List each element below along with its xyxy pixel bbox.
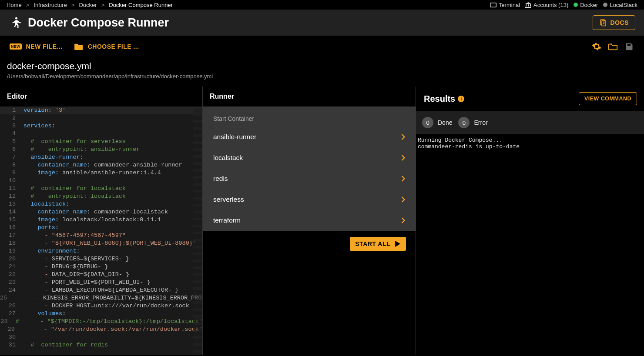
runner-item-terraform[interactable]: terraform [203, 210, 416, 231]
line-number: 9 [0, 169, 20, 177]
status-localstack[interactable]: LocalStack [603, 2, 637, 8]
chip-error[interactable]: 0 Error [458, 117, 487, 128]
choose-file-button[interactable]: CHOOSE FILE ... [74, 43, 139, 50]
runner-item-localstack[interactable]: localstack [203, 147, 416, 168]
minimap[interactable] [193, 106, 202, 355]
line-number: 14 [0, 208, 20, 216]
code-line[interactable]: 30 [0, 333, 202, 341]
code-line[interactable]: 9 image: ansible/ansible-runner:1.4.4 [0, 169, 202, 177]
status-terminal[interactable]: Terminal [490, 2, 520, 8]
code-line[interactable]: 24 - LAMBDA_EXECUTOR=${LAMBDA_EXECUTOR- … [0, 286, 202, 294]
code-line[interactable]: 26 - DOCKER_HOST=unix:///var/run/docker.… [0, 302, 202, 310]
info-icon[interactable]: i [458, 96, 464, 102]
code-line[interactable]: 28# - "${TMPDIR:-/tmp/localstack}:/tmp/l… [0, 318, 202, 326]
breadcrumb-home[interactable]: Home [7, 2, 22, 8]
code-line[interactable]: 15 image: localstack/localstack:0.11.1 [0, 216, 202, 224]
chevron-right-icon: > [71, 2, 75, 8]
code-line[interactable]: 25 - KINESIS_ERROR_PROBABILITY=${KINESIS… [0, 294, 202, 302]
new-file-button[interactable]: NEW NEW FILE... [10, 43, 63, 50]
line-number: 4 [0, 130, 20, 138]
code-line[interactable]: 29 - "/var/run/docker.sock:/var/run/dock… [0, 326, 202, 333]
runner-icon [9, 16, 22, 29]
svg-point-7 [15, 17, 17, 20]
settings-button[interactable] [592, 42, 601, 51]
line-number: 19 [0, 247, 20, 255]
chip-done[interactable]: 0 Done [422, 117, 452, 128]
editor-section-title: Editor [0, 87, 202, 106]
breadcrumb: Home > Infrastructure > Docker > Docker … [7, 2, 173, 8]
chevron-right-icon [401, 176, 405, 182]
runner-item-redis[interactable]: redis [203, 168, 416, 189]
bank-icon [525, 2, 531, 8]
runner-item-label: terraform [213, 216, 241, 224]
line-number: 3 [0, 122, 20, 130]
chevron-right-icon [401, 217, 405, 223]
breadcrumb-docker[interactable]: Docker [79, 2, 97, 8]
status-dot-green-icon [574, 3, 578, 7]
line-number: 27 [0, 310, 20, 318]
open-folder-button[interactable] [608, 42, 618, 51]
chip-done-count: 0 [422, 117, 433, 128]
code-line[interactable]: 23 - PORT_WEB_UI=${PORT_WEB_UI- } [0, 279, 202, 286]
code-line[interactable]: 31 # container for redis [0, 341, 202, 349]
runner-section-title: Runner [203, 87, 416, 106]
status-terminal-label: Terminal [499, 2, 520, 8]
line-number: 23 [0, 279, 20, 286]
status-accounts[interactable]: Accounts (13) [525, 2, 568, 8]
code-line[interactable]: 13 localstack: [0, 200, 202, 208]
line-number: 11 [0, 185, 20, 193]
start-all-button[interactable]: START ALL [350, 237, 406, 251]
code-line[interactable]: 21 - DEBUG=${DEBUG- } [0, 263, 202, 271]
runner-item-ansible-runner[interactable]: ansible-runner [203, 126, 416, 147]
view-command-button[interactable]: VIEW COMMAND [579, 92, 637, 105]
code-line[interactable]: 6 # entrypoint: ansible-runner [0, 146, 202, 153]
code-line[interactable]: 20 - SERVICES=${SERVICES- } [0, 255, 202, 263]
code-line[interactable]: 14 container_name: commandeer-localstack [0, 208, 202, 216]
code-line[interactable]: 17 - "4567-4597:4567-4597" [0, 232, 202, 240]
svg-rect-4 [528, 4, 529, 7]
code-line[interactable]: 10 [0, 177, 202, 185]
code-line[interactable]: 16 ports: [0, 224, 202, 232]
code-line[interactable]: 18 - "${PORT_WEB_UI-8080}:${PORT_WEB_UI-… [0, 240, 202, 247]
code-line[interactable]: 2 [0, 114, 202, 122]
page-title: Docker Compose Runner [28, 16, 169, 30]
breadcrumb-infrastructure[interactable]: Infrastructure [34, 2, 67, 8]
code-line[interactable]: 4 [0, 130, 202, 138]
runner-item-serverless[interactable]: serverless [203, 189, 416, 210]
start-all-label: START ALL [355, 240, 390, 247]
code-line[interactable]: 12 # entrypoint: localstack [0, 193, 202, 200]
line-number: 15 [0, 216, 20, 224]
code-line[interactable]: 27 volumes: [0, 310, 202, 318]
code-line[interactable]: 11 # container for localstack [0, 185, 202, 193]
choose-file-label: CHOOSE FILE ... [88, 43, 139, 50]
line-number: 17 [0, 232, 20, 240]
code-line[interactable]: 8 container_name: commandeer-ansible-run… [0, 161, 202, 169]
code-editor[interactable]: 1version: '3'23services:45 # container f… [0, 106, 202, 355]
start-container-label: Start Container [203, 106, 416, 126]
line-number: 12 [0, 193, 20, 200]
status-localstack-label: LocalStack [610, 2, 637, 8]
chevron-right-icon [401, 196, 405, 203]
status-dot-gray-icon [603, 3, 607, 7]
code-line[interactable]: 1version: '3' [0, 106, 202, 114]
chevron-right-icon: > [26, 2, 30, 8]
runner-item-label: localstack [213, 154, 243, 162]
svg-rect-1 [490, 3, 496, 7]
code-line[interactable]: 7 ansible-runner: [0, 153, 202, 161]
save-icon [625, 42, 634, 51]
code-line[interactable]: 5 # container for serverless [0, 138, 202, 146]
status-docker[interactable]: Docker [574, 2, 598, 8]
chip-done-label: Done [438, 119, 452, 126]
svg-rect-6 [525, 7, 531, 8]
line-number: 24 [0, 286, 20, 294]
chip-error-count: 0 [458, 117, 470, 128]
svg-rect-5 [530, 4, 531, 7]
docs-button[interactable]: DOCS [593, 15, 635, 30]
code-line[interactable]: 19 environment: [0, 247, 202, 255]
breadcrumb-current: Docker Compose Runner [109, 2, 173, 8]
svg-marker-13 [395, 241, 400, 247]
code-line[interactable]: 3services: [0, 122, 202, 130]
save-button[interactable] [625, 42, 634, 51]
code-line[interactable]: 22 - DATA_DIR=${DATA_DIR- } [0, 271, 202, 279]
terminal-icon [490, 3, 496, 7]
